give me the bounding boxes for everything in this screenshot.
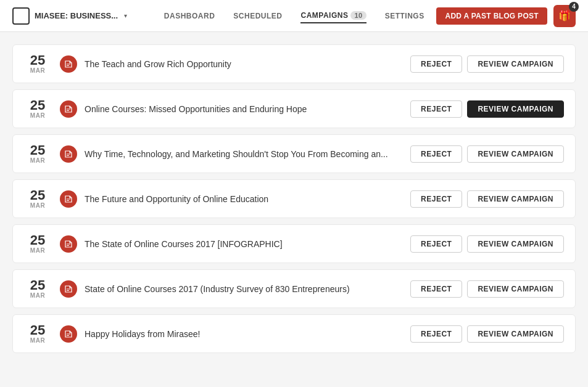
campaign-title-3: The Future and Opportunity of Online Edu… [85, 194, 410, 204]
brand[interactable]: MIASEE: BUSINESS... ▾ [12, 7, 127, 25]
date-month: MAR [30, 202, 45, 209]
date-day: 25 [30, 54, 45, 67]
brand-chevron-icon: ▾ [124, 12, 127, 19]
date-day: 25 [30, 99, 45, 112]
campaign-title-0: The Teach and Grow Rich Opportunity [85, 59, 410, 69]
brand-name: MIASEE: BUSINESS... [35, 11, 118, 20]
campaign-actions-0: REJECT REVIEW CAMPAIGN [410, 55, 564, 73]
post-icon-5 [60, 280, 77, 298]
campaign-title-4: The State of Online Courses 2017 [INFOGR… [85, 239, 410, 249]
campaign-row: 25 MAR The State of Online Courses 2017 … [12, 224, 576, 263]
campaign-date-6: 25 MAR [24, 324, 51, 344]
gift-icon: 🎁 [558, 10, 571, 22]
post-icon-2 [60, 145, 77, 163]
date-month: MAR [30, 157, 45, 164]
reject-button-2[interactable]: REJECT [410, 145, 462, 163]
review-button-4[interactable]: REVIEW CAMPAIGN [467, 235, 564, 253]
date-month: MAR [30, 247, 45, 254]
date-month: MAR [30, 292, 45, 299]
date-month: MAR [30, 67, 45, 74]
nav-item-scheduled[interactable]: SCHEDULED [233, 9, 282, 23]
reject-button-0[interactable]: REJECT [410, 55, 462, 73]
main-content: 25 MAR The Teach and Grow Rich Opportuni… [0, 32, 588, 372]
review-button-2[interactable]: REVIEW CAMPAIGN [467, 145, 564, 163]
reject-button-1[interactable]: REJECT [410, 100, 462, 118]
navbar: MIASEE: BUSINESS... ▾ DASHBOARDSCHEDULED… [0, 0, 588, 32]
review-button-1[interactable]: REVIEW CAMPAIGN [467, 100, 564, 118]
campaign-title-2: Why Time, Technology, and Marketing Shou… [85, 149, 410, 159]
campaign-row: 25 MAR Online Courses: Missed Opportunit… [12, 89, 576, 128]
date-month: MAR [30, 112, 45, 119]
post-icon-6 [60, 325, 77, 343]
reject-button-6[interactable]: REJECT [410, 325, 462, 343]
campaign-title-1: Online Courses: Missed Opportunities and… [85, 104, 410, 114]
campaign-actions-1: REJECT REVIEW CAMPAIGN [410, 100, 564, 118]
review-button-3[interactable]: REVIEW CAMPAIGN [467, 190, 564, 208]
date-month: MAR [30, 337, 45, 344]
campaign-date-1: 25 MAR [24, 99, 51, 119]
reject-button-4[interactable]: REJECT [410, 235, 462, 253]
campaign-row: 25 MAR The Teach and Grow Rich Opportuni… [12, 44, 576, 83]
campaign-date-5: 25 MAR [24, 279, 51, 299]
campaign-date-4: 25 MAR [24, 234, 51, 254]
campaign-row: 25 MAR State of Online Courses 2017 (Ind… [12, 269, 576, 308]
nav-badge-campaigns: 10 [350, 11, 366, 20]
campaign-row: 25 MAR Why Time, Technology, and Marketi… [12, 134, 576, 173]
campaign-actions-3: REJECT REVIEW CAMPAIGN [410, 190, 564, 208]
review-button-5[interactable]: REVIEW CAMPAIGN [467, 280, 564, 298]
campaign-date-0: 25 MAR [24, 54, 51, 74]
date-day: 25 [30, 234, 45, 247]
post-icon-0 [60, 55, 77, 73]
main-nav: DASHBOARDSCHEDULEDCAMPAIGNS10SETTINGS [152, 9, 436, 23]
campaign-actions-6: REJECT REVIEW CAMPAIGN [410, 325, 564, 343]
campaign-title-6: Happy Holidays from Mirasee! [85, 329, 410, 339]
gift-button[interactable]: 🎁 4 [553, 5, 576, 27]
post-icon-3 [60, 190, 77, 208]
campaign-date-3: 25 MAR [24, 189, 51, 209]
post-icon-1 [60, 100, 77, 118]
campaign-title-5: State of Online Courses 2017 (Industry S… [85, 284, 410, 294]
navbar-actions: ADD A PAST BLOG POST 🎁 4 [436, 5, 576, 27]
nav-item-settings[interactable]: SETTINGS [385, 9, 424, 23]
nav-item-dashboard[interactable]: DASHBOARD [164, 9, 215, 23]
campaign-row: 25 MAR Happy Holidays from Mirasee! REJE… [12, 314, 576, 353]
nav-item-campaigns[interactable]: CAMPAIGNS10 [300, 9, 366, 23]
campaign-date-2: 25 MAR [24, 144, 51, 164]
campaign-row: 25 MAR The Future and Opportunity of Onl… [12, 179, 576, 218]
date-day: 25 [30, 189, 45, 202]
gift-badge: 4 [569, 2, 579, 12]
campaign-actions-2: REJECT REVIEW CAMPAIGN [410, 145, 564, 163]
review-button-6[interactable]: REVIEW CAMPAIGN [467, 325, 564, 343]
date-day: 25 [30, 324, 45, 337]
brand-logo [12, 7, 30, 25]
reject-button-3[interactable]: REJECT [410, 190, 462, 208]
review-button-0[interactable]: REVIEW CAMPAIGN [467, 55, 564, 73]
reject-button-5[interactable]: REJECT [410, 280, 462, 298]
post-icon-4 [60, 235, 77, 253]
campaign-actions-4: REJECT REVIEW CAMPAIGN [410, 235, 564, 253]
date-day: 25 [30, 279, 45, 292]
date-day: 25 [30, 144, 45, 157]
add-post-button[interactable]: ADD A PAST BLOG POST [436, 7, 547, 25]
campaign-actions-5: REJECT REVIEW CAMPAIGN [410, 280, 564, 298]
